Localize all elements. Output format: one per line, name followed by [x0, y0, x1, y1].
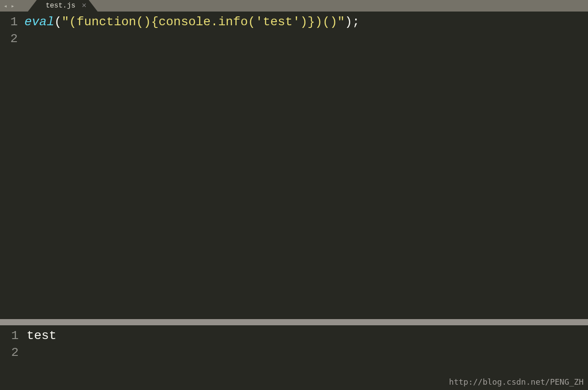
line-number: 1 — [0, 328, 19, 344]
token-string: "(function(){console.info('test')})()" — [62, 15, 345, 29]
console-line: test — [27, 328, 588, 344]
nav-forward-icon[interactable]: ▸ — [11, 2, 14, 10]
nav-arrows: ◂ ▸ — [0, 2, 15, 10]
pane-divider[interactable] — [0, 319, 588, 325]
token-punct: ; — [352, 15, 360, 29]
tab-bar: ◂ ▸ test.js × — [0, 0, 588, 12]
close-icon[interactable]: × — [82, 1, 86, 10]
token-paren: ) — [345, 15, 353, 29]
line-number: 1 — [0, 14, 18, 31]
code-area[interactable]: eval("(function(){console.info('test')})… — [24, 12, 588, 319]
file-tab[interactable]: test.js × — [28, 0, 98, 12]
token-keyword: eval — [24, 15, 54, 29]
console-gutter: 1 2 — [0, 325, 27, 390]
tab-filename: test.js — [46, 2, 75, 10]
token-paren: ( — [54, 15, 62, 29]
watermark: http://blog.csdn.net/PENG_ZH — [449, 377, 584, 386]
line-number: 2 — [0, 344, 19, 361]
editor-pane: 1 2 eval("(function(){console.info('test… — [0, 12, 588, 319]
nav-back-icon[interactable]: ◂ — [4, 2, 7, 10]
editor-gutter: 1 2 — [0, 12, 24, 319]
code-line: eval("(function(){console.info('test')})… — [24, 14, 588, 31]
line-number: 2 — [0, 31, 18, 47]
